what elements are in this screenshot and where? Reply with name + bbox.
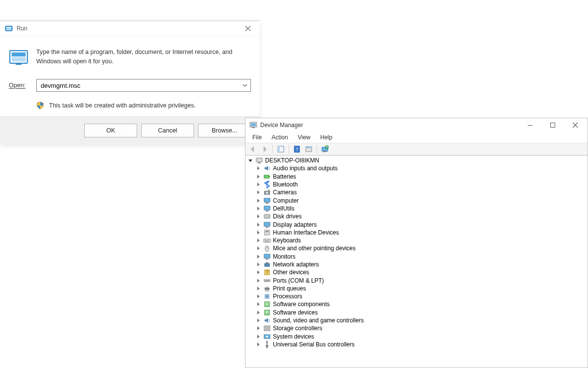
device-category[interactable]: Mice and other pointing devices — [247, 244, 586, 252]
expand-icon[interactable] — [255, 174, 261, 180]
device-category[interactable]: Universal Serial Bus controllers — [247, 341, 586, 348]
device-tree[interactable]: DESKTOP-OI8IKMNAudio inputs and outputsB… — [245, 156, 588, 368]
category-label: DellUtils — [273, 205, 294, 212]
minimize-button[interactable] — [519, 118, 541, 132]
menu-file[interactable]: File — [248, 133, 266, 142]
svg-rect-8 — [252, 127, 255, 128]
expand-icon[interactable] — [255, 262, 261, 267]
category-label: Other devices — [273, 269, 309, 276]
device-category[interactable]: DellUtils — [247, 205, 586, 212]
svg-rect-11 — [551, 123, 555, 128]
device-category[interactable]: Disk drives — [247, 212, 586, 220]
run-titlebar[interactable]: Run — [0, 21, 260, 36]
chevron-down-icon[interactable] — [243, 84, 247, 87]
close-button[interactable] — [238, 22, 258, 35]
bluetooth-icon — [263, 181, 271, 188]
expand-icon[interactable] — [255, 334, 261, 340]
svg-text:?: ? — [296, 146, 298, 152]
expand-icon[interactable] — [255, 222, 261, 228]
run-icon — [5, 25, 13, 32]
expand-icon[interactable] — [255, 213, 261, 219]
expand-icon[interactable] — [255, 206, 261, 211]
menu-view[interactable]: View — [294, 133, 315, 142]
device-category[interactable]: Print queues — [247, 285, 586, 292]
expand-icon[interactable] — [255, 317, 261, 323]
svg-rect-39 — [265, 240, 266, 240]
device-category[interactable]: Bluetooth — [247, 181, 586, 188]
expand-icon[interactable] — [255, 269, 261, 275]
svg-rect-48 — [266, 262, 268, 263]
device-category[interactable]: System devices — [247, 333, 586, 341]
expand-icon[interactable] — [255, 310, 261, 315]
category-label: Print queues — [273, 285, 306, 292]
expand-icon[interactable] — [255, 189, 261, 195]
device-category[interactable]: Processors — [247, 292, 586, 300]
device-category[interactable]: Audio inputs and outputs — [247, 164, 586, 172]
svg-rect-62 — [266, 304, 269, 305]
tree-root[interactable]: DESKTOP-OI8IKMN — [247, 157, 586, 164]
expand-icon[interactable] — [255, 182, 261, 187]
svg-point-33 — [268, 216, 269, 217]
device-category[interactable]: Computer — [247, 196, 586, 204]
menu-help[interactable]: Help — [317, 133, 337, 142]
device-category[interactable]: Sound, video and game controllers — [247, 316, 586, 324]
expand-icon[interactable] — [255, 198, 261, 204]
device-category[interactable]: Software components — [247, 300, 586, 308]
svg-rect-1 — [6, 27, 11, 28]
battery-icon — [263, 173, 271, 181]
expand-icon[interactable] — [255, 278, 261, 284]
device-category[interactable]: Software devices — [247, 309, 586, 316]
expand-icon[interactable] — [247, 158, 253, 163]
device-category[interactable]: Display adapters — [247, 220, 586, 228]
expand-icon[interactable] — [255, 342, 261, 347]
device-category[interactable]: Human Interface Devices — [247, 229, 586, 237]
svg-point-69 — [266, 336, 268, 338]
device-category[interactable]: Batteries — [247, 173, 586, 181]
device-category[interactable]: Storage controllers — [247, 324, 586, 332]
device-category[interactable]: Network adapters — [247, 261, 586, 268]
device-category[interactable]: ?Other devices — [247, 268, 586, 276]
cancel-button[interactable]: Cancel — [141, 124, 194, 137]
menu-action[interactable]: Action — [268, 133, 292, 142]
open-combobox[interactable] — [36, 79, 251, 92]
expand-icon[interactable] — [255, 165, 261, 171]
expand-icon[interactable] — [255, 301, 261, 307]
toolbar-separator — [272, 145, 273, 154]
svg-rect-13 — [278, 146, 280, 152]
monitor-icon — [263, 197, 271, 205]
ok-button[interactable]: OK — [84, 124, 137, 137]
svg-rect-37 — [266, 231, 269, 232]
help-button[interactable]: ? — [292, 144, 302, 154]
run-title: Run — [17, 25, 27, 32]
browse-button[interactable]: Browse... — [198, 124, 251, 137]
open-input[interactable] — [41, 82, 243, 89]
dm-close-button[interactable] — [564, 118, 587, 132]
expand-icon[interactable] — [255, 286, 261, 291]
category-label: Keyboards — [273, 237, 301, 244]
dm-title: Device Manager — [260, 122, 303, 129]
expand-icon[interactable] — [255, 293, 261, 299]
category-label: Bluetooth — [273, 181, 298, 188]
properties-button[interactable] — [303, 144, 314, 154]
dm-titlebar[interactable]: Device Manager — [245, 118, 588, 132]
device-category[interactable]: Monitors — [247, 253, 586, 261]
device-category[interactable]: Cameras — [247, 188, 586, 196]
show-hide-console-tree-button[interactable] — [275, 144, 286, 154]
forward-button[interactable] — [259, 144, 270, 154]
category-label: Universal Serial Bus controllers — [273, 341, 355, 348]
scan-hardware-button[interactable] — [319, 144, 330, 154]
back-button[interactable] — [247, 144, 258, 154]
expand-icon[interactable] — [255, 230, 261, 236]
maximize-button[interactable] — [541, 118, 564, 132]
device-category[interactable]: Keyboards — [247, 237, 586, 244]
camera-icon — [263, 188, 271, 196]
expand-icon[interactable] — [255, 254, 261, 260]
expand-icon[interactable] — [255, 237, 261, 243]
svg-rect-2 — [6, 28, 11, 30]
svg-text:?: ? — [266, 270, 269, 275]
svg-rect-3 — [10, 51, 27, 63]
expand-icon[interactable] — [255, 245, 261, 251]
category-label: Storage controllers — [273, 325, 322, 332]
device-category[interactable]: Ports (COM & LPT) — [247, 276, 586, 284]
expand-icon[interactable] — [255, 325, 261, 331]
